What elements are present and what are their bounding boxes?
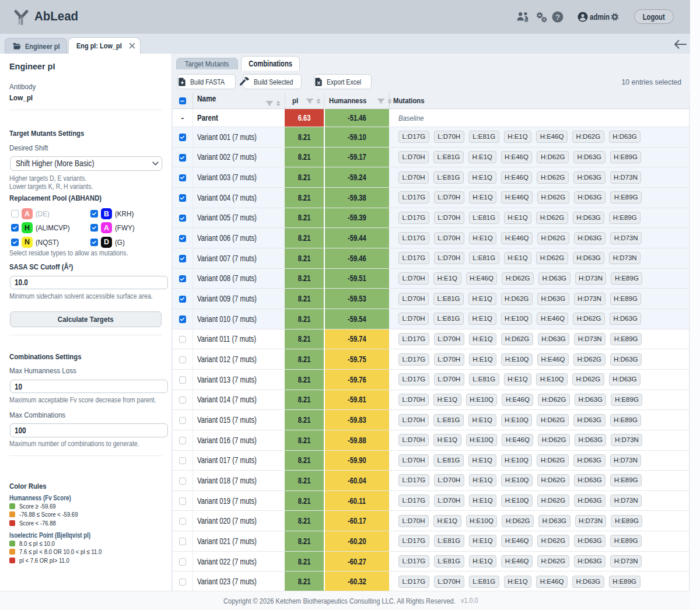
svg-text:?: ? <box>555 13 560 22</box>
